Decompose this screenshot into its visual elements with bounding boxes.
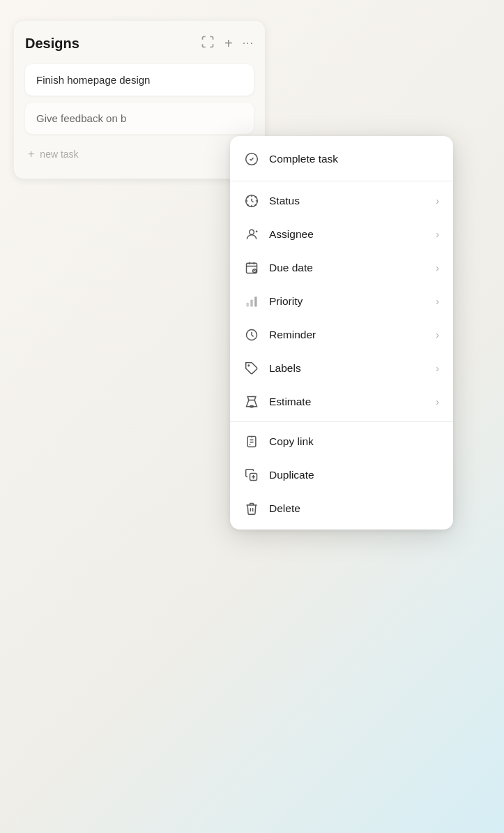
reminder-icon [244,327,259,343]
due-date-label: Due date [269,262,426,274]
due-date-icon [244,260,259,276]
menu-item-estimate[interactable]: Estimate › [230,385,453,419]
due-date-arrow-icon: › [436,262,439,273]
menu-item-due-date[interactable]: Due date › [230,251,453,285]
svg-rect-23 [250,300,252,307]
menu-item-labels[interactable]: Labels › [230,352,453,385]
task-card-2[interactable]: Give feedback on b [25,103,254,134]
check-circle-icon [244,151,259,167]
status-icon [244,193,259,209]
task-label-2: Give feedback on b [36,112,126,124]
menu-item-reminder[interactable]: Reminder › [230,318,453,352]
svg-point-26 [248,365,250,366]
divider-bottom [230,421,453,422]
assignee-label: Assignee [269,228,426,241]
task-card-1[interactable]: Finish homepage design [25,64,254,96]
svg-line-3 [252,201,254,202]
labels-arrow-icon: › [436,363,439,374]
priority-icon [244,294,259,309]
delete-label: Delete [269,502,439,515]
assignee-arrow-icon: › [436,229,439,240]
status-arrow-icon: › [436,195,439,207]
task-label-1: Finish homepage design [36,74,150,86]
delete-icon [244,501,259,516]
new-task-label: new task [40,149,78,160]
menu-item-assignee[interactable]: Assignee › [230,218,453,251]
copy-link-label: Copy link [269,435,439,448]
labels-icon [244,361,259,376]
designs-panel: Designs + ··· Finish homepage design Giv… [14,21,265,179]
menu-item-copy-link[interactable]: Copy link [230,425,453,458]
estimate-icon [244,394,259,410]
svg-point-12 [250,230,254,234]
add-task-icon[interactable]: + [224,36,233,52]
collapse-icon[interactable] [201,35,215,52]
estimate-label: Estimate [269,396,426,408]
priority-label: Priority [269,295,426,308]
menu-item-complete-task[interactable]: Complete task [230,140,453,178]
menu-item-delete[interactable]: Delete [230,492,453,525]
svg-point-31 [250,444,251,445]
panel-header: Designs + ··· [25,35,254,52]
svg-rect-28 [247,437,256,447]
divider-top [230,181,453,181]
svg-rect-24 [254,297,257,306]
menu-item-duplicate[interactable]: Duplicate [230,458,453,492]
assignee-icon [244,227,259,242]
context-menu: Complete task Status › [230,136,453,530]
new-task-plus-icon: + [28,148,34,160]
more-options-icon[interactable]: ··· [243,37,254,50]
complete-task-label: Complete task [269,153,439,165]
reminder-label: Reminder [269,329,426,341]
menu-item-status[interactable]: Status › [230,184,453,218]
copy-link-icon [244,434,259,449]
labels-label: Labels [269,362,426,375]
panel-actions: + ··· [201,35,254,52]
duplicate-icon [244,467,259,483]
svg-rect-15 [247,263,257,273]
duplicate-label: Duplicate [269,469,439,481]
menu-item-priority[interactable]: Priority › [230,285,453,318]
svg-rect-22 [247,303,249,307]
new-task-button[interactable]: + new task [25,141,254,167]
estimate-arrow-icon: › [436,396,439,407]
priority-arrow-icon: › [436,296,439,307]
status-label: Status [269,195,426,207]
reminder-arrow-icon: › [436,329,439,340]
panel-title: Designs [25,36,79,52]
